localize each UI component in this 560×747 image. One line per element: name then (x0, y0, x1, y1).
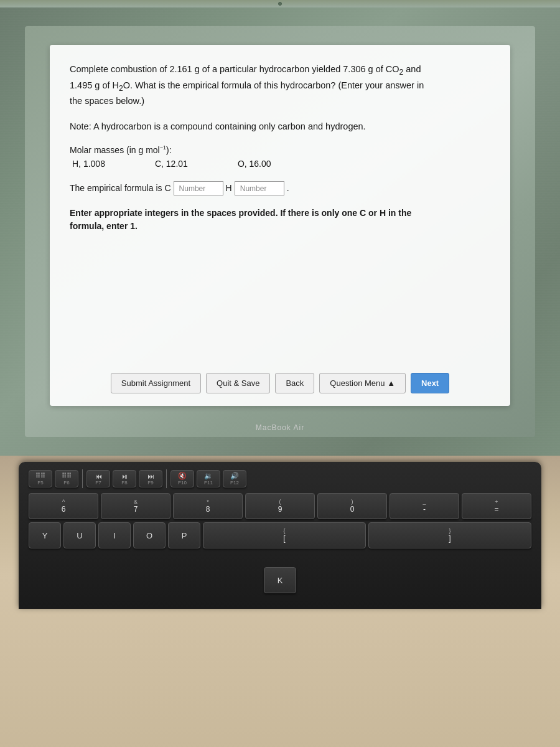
f5-label: F5 (37, 480, 43, 486)
o-molar: O, 16.00 (238, 159, 271, 169)
key-f9[interactable]: ⏭ F9 (139, 470, 162, 487)
key-minus-bot: - (423, 505, 426, 514)
key-f10[interactable]: 🔇 F10 (170, 470, 194, 487)
number-row: ^ 6 & 7 * 8 ( 9 ) 0 _ - (29, 493, 531, 519)
letter-row-1: Y U I O P { [ } ] (29, 522, 531, 548)
question-text: Complete combustion of 2.161 g of a part… (70, 62, 490, 108)
key-equals[interactable]: + = (462, 493, 531, 519)
fn-divider1 (82, 469, 83, 488)
key-0-bot: 0 (350, 505, 355, 514)
fn-divider2 (166, 469, 167, 488)
key-f11[interactable]: 🔉 F11 (197, 470, 220, 487)
keyboard: ⠿⠿ F5 ⠿⠿ F6 ⏮ F7 ⏯ F8 ⏭ F9 🔇 (19, 462, 541, 609)
key-p[interactable]: P (168, 522, 200, 548)
question-menu-button[interactable]: Question Menu ▲ (319, 373, 406, 393)
key-equals-top: + (495, 499, 498, 505)
f10-icon: 🔇 (178, 472, 187, 480)
h-label: H (226, 183, 232, 193)
key-minus[interactable]: _ - (390, 493, 459, 519)
next-button[interactable]: Next (411, 373, 449, 393)
key-9[interactable]: ( 9 (245, 493, 315, 519)
f7-icon: ⏮ (95, 472, 102, 480)
back-button[interactable]: Back (275, 373, 314, 393)
key-f12[interactable]: 🔊 F12 (223, 470, 246, 487)
key-k[interactable]: K (264, 567, 296, 593)
key-i-label: I (113, 531, 116, 540)
key-8[interactable]: * 8 (173, 493, 243, 519)
f7-label: F7 (95, 480, 101, 486)
key-f6[interactable]: ⠿⠿ F6 (55, 470, 78, 487)
f6-icon: ⠿⠿ (62, 472, 72, 480)
key-f5[interactable]: ⠿⠿ F5 (29, 470, 52, 487)
key-minus-top: _ (422, 499, 426, 505)
f8-label: F8 (121, 480, 127, 486)
webcam (278, 2, 282, 6)
key-rbracket-top: } (449, 528, 450, 534)
key-lbracket[interactable]: { [ (203, 522, 366, 548)
key-lbracket-top: { (283, 528, 285, 534)
screen-bezel: Complete combustion of 2.161 g of a part… (25, 26, 535, 437)
f9-icon: ⏭ (147, 472, 154, 480)
question-line2: 1.495 g of H2O. What is the empirical fo… (70, 80, 424, 90)
key-0[interactable]: ) 0 (317, 493, 387, 519)
period: . (287, 183, 289, 193)
key-9-top: ( (279, 499, 281, 505)
key-i[interactable]: I (98, 522, 131, 548)
letter-row-bottom: K (29, 567, 531, 593)
key-o[interactable]: O (133, 522, 166, 548)
key-equals-bot: = (494, 505, 498, 514)
key-8-top: * (207, 499, 209, 505)
f6-label: F6 (63, 480, 69, 486)
molar-values: H, 1.008 C, 12.01 O, 16.00 (72, 159, 490, 169)
hint-text: Enter appropriate integers in the spaces… (70, 207, 490, 233)
key-rbracket-bot: ] (449, 534, 450, 543)
key-k-label: K (278, 576, 283, 585)
key-9-bot: 9 (278, 505, 282, 514)
h-molar: H, 1.008 (72, 159, 105, 169)
carbon-number-input[interactable] (174, 181, 223, 195)
molar-masses-title: Molar masses (in g mol−1): (70, 144, 490, 155)
quit-save-button[interactable]: Quit & Save (206, 373, 270, 393)
f11-icon: 🔉 (204, 472, 213, 480)
submit-assignment-button[interactable]: Submit Assignment (111, 373, 201, 393)
key-y[interactable]: Y (29, 522, 61, 548)
key-7-top: & (134, 499, 138, 505)
key-p-label: P (182, 531, 187, 540)
key-o-label: O (146, 531, 152, 540)
f11-label: F11 (204, 480, 213, 486)
question-panel: Complete combustion of 2.161 g of a part… (50, 45, 510, 406)
key-rbracket[interactable]: } ] (368, 522, 531, 548)
key-7[interactable]: & 7 (101, 493, 170, 519)
key-6-bot: 6 (62, 505, 66, 514)
key-u[interactable]: U (63, 522, 96, 548)
key-u-label: U (77, 531, 82, 540)
molar-masses-section: Molar masses (in g mol−1): H, 1.008 C, 1… (70, 144, 490, 169)
key-lbracket-bot: [ (283, 534, 285, 543)
question-line3: the spaces below.) (70, 96, 144, 106)
f9-label: F9 (147, 480, 153, 486)
formula-row: The empirical formula is C H . (70, 181, 490, 195)
f10-label: F10 (178, 480, 187, 486)
key-7-bot: 7 (134, 505, 138, 514)
key-f8[interactable]: ⏯ F8 (113, 470, 136, 487)
camera-area (0, 0, 560, 7)
f5-icon: ⠿⠿ (35, 472, 45, 480)
c-molar: C, 12.01 (155, 159, 188, 169)
keyboard-area: ⠿⠿ F5 ⠿⠿ F6 ⏮ F7 ⏯ F8 ⏭ F9 🔇 (0, 456, 560, 747)
f8-icon: ⏯ (121, 472, 128, 480)
question-line1: Complete combustion of 2.161 g of a part… (70, 64, 421, 74)
key-0-top: ) (352, 499, 353, 505)
note-text: Note: A hydrocarbon is a compound contai… (70, 120, 490, 133)
f12-icon: 🔊 (230, 472, 239, 480)
f12-label: F12 (230, 480, 239, 486)
key-6-top: ^ (62, 499, 65, 505)
key-f7[interactable]: ⏮ F7 (86, 470, 110, 487)
laptop-screen: Complete combustion of 2.161 g of a part… (0, 7, 560, 456)
function-row: ⠿⠿ F5 ⠿⠿ F6 ⏮ F7 ⏯ F8 ⏭ F9 🔇 (29, 469, 531, 488)
key-8-bot: 8 (206, 505, 210, 514)
brand-label: MacBook Air (256, 423, 304, 432)
hydrogen-number-input[interactable] (235, 181, 284, 195)
key-y-label: Y (42, 531, 48, 540)
key-6[interactable]: ^ 6 (29, 493, 98, 519)
bottom-toolbar: Submit Assignment Quit & Save Back Quest… (50, 373, 510, 393)
